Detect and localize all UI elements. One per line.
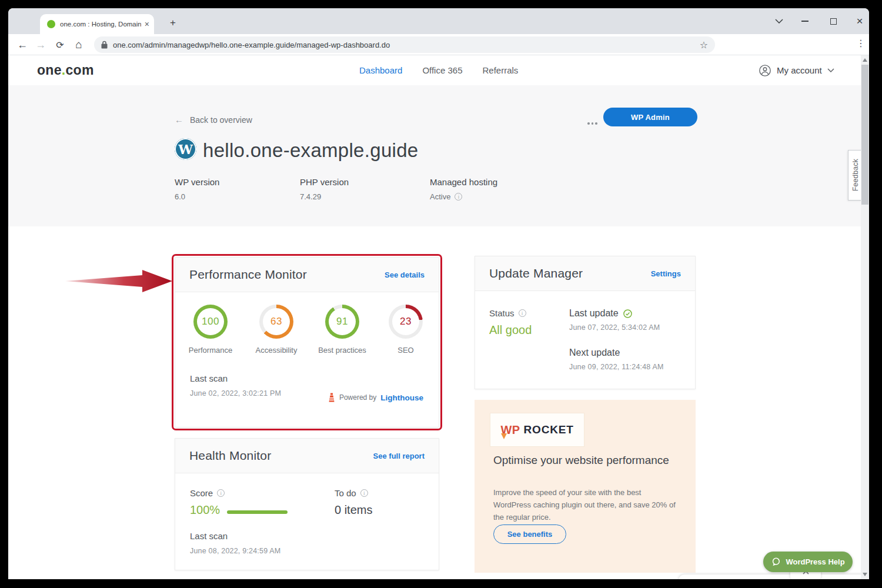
window-chevron-icon[interactable] [772,15,786,27]
gauge-label: Accessibility [256,346,298,355]
hero-section: ← Back to overview WP Admin W hello.one-… [8,85,869,226]
status-label: Status [489,308,526,318]
onecom-logo[interactable]: one.com [37,62,94,78]
settings-link[interactable]: Settings [651,269,681,278]
more-options-button[interactable] [585,120,600,127]
meta-label: Managed hosting [430,177,497,187]
powered-by-lighthouse: Powered by Lighthouse [328,393,423,402]
performance-monitor-title: Performance Monitor [189,268,307,282]
last-update-value: June 07, 2022, 5:34:02 AM [569,323,660,332]
home-icon[interactable]: ⌂ [71,36,86,53]
wp-admin-button[interactable]: WP Admin [603,108,697,126]
tab-title: one.com : Hosting, Domain, Emai [60,21,141,28]
window-maximize-icon[interactable] [826,15,840,27]
meta-label: WP version [175,177,219,187]
scrollbar[interactable] [861,55,869,579]
reload-icon[interactable]: ⟳ [52,36,68,53]
gauge-best-practices: 91 Best practices [314,305,370,355]
wordpress-help-button[interactable]: WordPress Help [763,552,853,572]
wp-rocket-promo-card: WP ROCKET Optimise your website performa… [475,400,696,573]
meta-value: 7.4.29 [300,192,349,201]
lighthouse-icon [328,393,335,402]
back-arrow-icon: ← [175,115,183,125]
lock-icon [101,41,108,49]
browser-tab[interactable]: one.com : Hosting, Domain, Emai × [40,14,154,34]
powered-by-label: Powered by [339,393,376,402]
todo-value: 0 items [335,503,372,517]
gauge-ring: 23 [389,305,423,339]
info-icon[interactable] [360,489,368,497]
scroll-up-icon[interactable] [863,58,867,62]
see-details-link[interactable]: See details [385,270,425,279]
favicon-icon [47,20,55,28]
logo-pre: one [37,62,62,78]
main-nav: Dashboard Office 365 Referrals [359,55,518,85]
card-header: Performance Monitor See details [175,258,439,292]
bookmark-star-icon[interactable]: ☆ [700,39,708,51]
browser-window: one.com : Hosting, Domain, Emai × + × ← … [8,8,869,579]
score-value: 100% [190,503,220,517]
user-icon [759,64,771,77]
see-full-report-link[interactable]: See full report [373,452,425,460]
back-label: Back to overview [190,115,252,125]
nav-referrals[interactable]: Referrals [483,65,519,75]
info-icon[interactable] [217,489,225,497]
gauge-seo: 23 SEO [377,305,434,355]
tab-strip: one.com : Hosting, Domain, Emai × + × [8,8,869,34]
last-update-label: Last update [569,308,632,319]
card-header: Health Monitor See full report [175,439,439,473]
meta-php-version: PHP version 7.4.29 [300,177,349,201]
logo-dot: . [62,62,66,78]
new-tab-button[interactable]: + [166,16,180,31]
chat-bubble-icon [771,557,781,567]
lighthouse-link[interactable]: Lighthouse [380,393,423,402]
promo-body: Improve the speed of your site with the … [493,487,680,523]
score-progress-bar [227,510,288,514]
site-title: hello.one-example.guide [203,139,418,162]
gauge-ring: 91 [325,305,359,339]
nav-dashboard[interactable]: Dashboard [359,65,402,75]
gauge-accessibility: 63 Accessibility [248,305,305,355]
health-monitor-title: Health Monitor [189,449,271,463]
last-scan-value: June 08, 2022, 9:24:59 AM [190,547,280,555]
tab-close-icon[interactable]: × [145,20,149,28]
window-close-icon[interactable]: × [853,15,867,27]
last-scan-value: June 02, 2022, 3:02:21 PM [190,389,281,397]
back-to-overview-link[interactable]: ← Back to overview [175,115,252,125]
meta-wp-version: WP version 6.0 [175,177,219,201]
scroll-down-icon[interactable] [863,573,867,576]
chat-popup-edge [679,574,869,579]
nav-office365[interactable]: Office 365 [422,65,462,75]
card-header: Update Manager Settings [475,256,695,291]
url-text: one.com/admin/managedwp/hello.one-exampl… [113,41,700,49]
browser-menu-icon[interactable]: ⋮ [856,38,866,49]
info-icon[interactable] [455,193,462,201]
window-minimize-icon[interactable] [798,15,812,27]
scrollbar-thumb[interactable] [861,65,868,205]
gauge-performance: 100 Performance [182,305,239,355]
wp-rocket-rocket: ROCKET [524,423,574,436]
forward-icon[interactable]: → [33,36,48,53]
meta-value: 6.0 [175,192,219,201]
url-bar[interactable]: one.com/admin/managedwp/hello.one-exampl… [94,36,715,53]
update-manager-card: Update Manager Settings Status All good … [475,256,696,389]
back-icon[interactable]: ← [15,36,30,53]
help-label: WordPress Help [786,557,844,566]
logo-post: com [66,62,94,78]
status-value: All good [489,323,532,337]
my-account-menu[interactable]: My account [759,55,834,85]
update-manager-title: Update Manager [489,266,583,280]
meta-managed-hosting: Managed hosting Active [430,177,497,201]
info-icon[interactable] [519,309,526,317]
gauge-ring: 63 [259,305,293,339]
promo-heading: Optimise your website performance [493,453,670,468]
gauge-ring: 100 [193,305,228,339]
next-update-label: Next update [569,348,620,358]
feedback-label: Feedback [851,159,860,191]
todo-label: To do [335,488,368,498]
wordpress-logo-icon: W [175,138,196,160]
next-update-value: June 09, 2022, 11:24:48 AM [569,363,664,371]
see-benefits-button[interactable]: See benefits [493,524,566,544]
last-scan-label: Last scan [190,373,228,383]
score-label: Score [190,488,225,498]
